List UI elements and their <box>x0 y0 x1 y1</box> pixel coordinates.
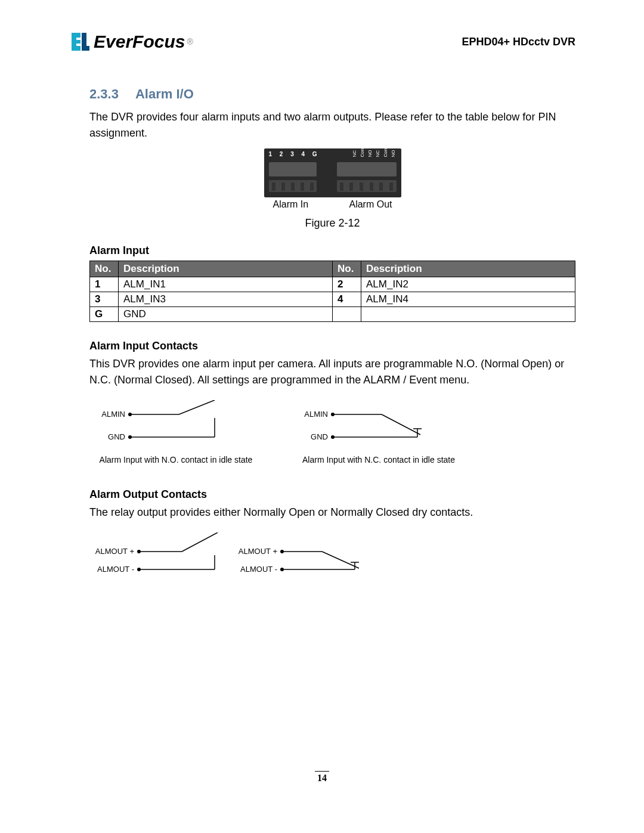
alarm-out-label: Alarm Out <box>349 199 392 210</box>
product-name: EPHD04+ HDcctv DVR <box>462 36 575 48</box>
svg-line-18 <box>182 532 218 552</box>
col-desc-2: Description <box>361 261 575 277</box>
alarm-output-contacts-heading: Alarm Output Contacts <box>89 488 575 501</box>
col-no-2: No. <box>333 261 361 277</box>
everfocus-logo-icon <box>69 30 92 54</box>
section-intro: The DVR provides four alarm inputs and t… <box>89 109 575 141</box>
svg-text:ALMOUT -: ALMOUT - <box>240 565 277 574</box>
svg-text:ALMOUT +: ALMOUT + <box>95 547 134 556</box>
diagram-nc-input: ALMIN GND <box>292 400 465 448</box>
table-header-row: No. Description No. Description <box>90 261 575 277</box>
almin-label: ALMIN <box>101 410 125 419</box>
svg-line-2 <box>179 400 215 414</box>
col-no-1: No. <box>90 261 119 277</box>
hardware-photo: 1 2 3 4 G NC Com NO NC Com NO <box>264 148 401 197</box>
alarm-output-contacts-para: The relay output provides either Normall… <box>89 504 575 521</box>
logo-text: EverFocus <box>94 32 185 52</box>
table-row: G GND <box>90 307 575 322</box>
alarm-in-label: Alarm In <box>273 199 309 210</box>
figure-caption: Figure 2-12 <box>89 217 575 230</box>
diagram-no-input: ALMIN GND <box>89 400 262 448</box>
svg-text:ALMIN: ALMIN <box>304 410 328 419</box>
table-row: 1 ALM_IN1 2 ALM_IN2 <box>90 277 575 292</box>
svg-text:GND: GND <box>311 432 328 441</box>
svg-text:ALMOUT +: ALMOUT + <box>239 547 277 556</box>
alarm-input-contacts-para: This DVR provides one alarm input per ca… <box>89 356 575 388</box>
col-desc-1: Description <box>119 261 333 277</box>
input-diagram-row: ALMIN GND ALMIN GND <box>89 400 575 448</box>
page-header: EverFocus ® EPHD04+ HDcctv DVR <box>69 30 575 54</box>
svg-text:ALMOUT -: ALMOUT - <box>97 565 134 574</box>
table-row: 3 ALM_IN3 4 ALM_IN4 <box>90 292 575 307</box>
figure-block: 1 2 3 4 G NC Com NO NC Com NO <box>89 148 575 230</box>
page-number: 14 <box>315 771 329 784</box>
logo-registered: ® <box>187 37 193 47</box>
diagram-nc-output: ALMOUT + ALMOUT - <box>233 532 370 580</box>
section-title: Alarm I/O <box>135 86 194 101</box>
section-heading: 2.3.3Alarm I/O <box>89 86 575 102</box>
pins-right-labels: NC Com NO NC Com NO <box>352 151 397 157</box>
svg-line-26 <box>322 552 359 568</box>
hardware-sub-labels: Alarm In Alarm Out <box>264 199 401 210</box>
diagram-nc-caption: Alarm Input with N.C. contact in idle st… <box>292 455 465 465</box>
svg-line-9 <box>382 414 420 435</box>
alarm-input-heading: Alarm Input <box>89 244 575 257</box>
alarm-input-contacts-heading: Alarm Input Contacts <box>89 340 575 352</box>
diagram-no-output: ALMOUT + ALMOUT - <box>89 532 227 580</box>
logo: EverFocus ® <box>69 30 193 54</box>
section-number: 2.3.3 <box>89 86 119 101</box>
diagram-no-caption: Alarm Input with N.O. contact in idle st… <box>89 455 262 465</box>
pins-left-labels: 1 2 3 4 G <box>269 151 320 157</box>
alarm-input-table: No. Description No. Description 1 ALM_IN… <box>89 261 575 322</box>
gnd-label: GND <box>108 432 125 441</box>
output-diagram-row: ALMOUT + ALMOUT - ALMOUT + ALMOUT - <box>89 532 575 580</box>
